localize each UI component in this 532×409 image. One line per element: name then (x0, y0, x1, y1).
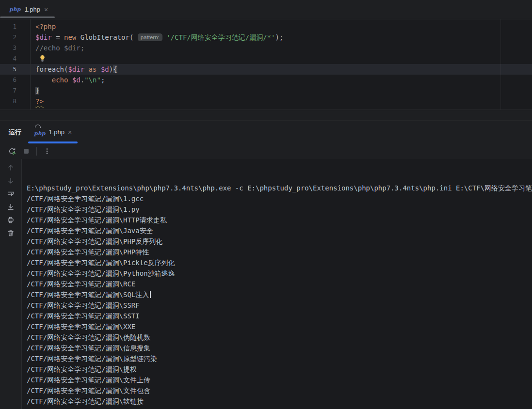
line-number: 8 (0, 96, 30, 107)
console-output-line: /CTF/网络安全学习笔记/漏洞\信息搜集 (27, 343, 532, 353)
console-command-line: E:\phpstudy_pro\Extensions\php\php7.3.4n… (27, 183, 532, 193)
run-toolbar (0, 143, 532, 159)
console-toolbar (0, 159, 22, 409)
console-output-line: /CTF/网络安全学习笔记/漏洞\文件包含 (27, 385, 532, 396)
console-output-line: /CTF/网络安全学习笔记/漏洞\HTTP请求走私 (27, 215, 532, 225)
parameter-hint-chip: pattern: (138, 33, 162, 41)
console-output-line: /CTF/网络安全学习笔记/漏洞\1.py (27, 204, 532, 215)
console-output-line: /CTF/网络安全学习笔记/漏洞\SSRF (27, 300, 532, 311)
console-lines: E:\phpstudy_pro\Extensions\php\php7.3.4n… (27, 183, 532, 409)
ide-window: php 1.php × 1<?php2$dir = new GlobIterat… (0, 0, 532, 409)
editor-tab-label: 1.php (24, 6, 40, 13)
console-output-line: /CTF/网络安全学习笔记/漏洞\SQL注入 (27, 289, 532, 300)
editor-tab[interactable]: php 1.php × (0, 0, 55, 19)
console-blank-line (27, 407, 532, 409)
rerun-icon[interactable] (8, 147, 16, 155)
line-number: 6 (0, 75, 30, 85)
line-number: 5 (0, 64, 30, 75)
console-output-line: /CTF/网络安全学习笔记/漏洞\Pickle反序列化 (27, 257, 532, 268)
clear-icon[interactable] (7, 229, 15, 237)
console-output[interactable]: E:\phpstudy_pro\Extensions\php\php7.3.4n… (22, 159, 532, 409)
arrow-up-icon[interactable] (7, 164, 15, 172)
code-line: 6 echo $d."\n"; (0, 75, 532, 85)
php-file-icon: php (9, 7, 20, 12)
console-output-line: /CTF/网络安全学习笔记/漏洞\文件上传 (27, 375, 532, 385)
more-options-icon[interactable] (43, 147, 51, 155)
code-line: 5foreach($dir as $d){ (0, 64, 532, 75)
console-output-line: /CTF/网络安全学习笔记/漏洞\SSTI (27, 311, 532, 321)
console-panel: E:\phpstudy_pro\Extensions\php\php7.3.4n… (0, 159, 532, 409)
line-number: 1 (0, 21, 30, 32)
right-margin-guide (500, 19, 501, 110)
line-number: 7 (0, 85, 30, 96)
console-output-line: /CTF/网络安全学习笔记/漏洞\PHP特性 (27, 247, 532, 257)
close-icon[interactable]: × (68, 129, 72, 136)
code-line: 2$dir = new GlobIterator( pattern: '/CTF… (0, 32, 532, 43)
code-line: 4 (0, 53, 532, 64)
gutter-separator (30, 19, 31, 110)
code-line: 3//echo $dir; (0, 43, 532, 53)
close-icon[interactable]: × (44, 6, 48, 13)
code-line: 7} (0, 85, 532, 96)
run-tool-window-header: 运行 php 1.php × (0, 120, 532, 143)
console-output-line: /CTF/网络安全学习笔记/漏洞\Python沙箱逃逸 (27, 268, 532, 279)
console-output-line: /CTF/网络安全学习笔记/漏洞\提权 (27, 364, 532, 375)
code-editor[interactable]: 1<?php2$dir = new GlobIterator( pattern:… (0, 19, 532, 110)
stop-icon[interactable] (22, 147, 30, 155)
run-tab-label: 1.php (48, 128, 64, 136)
console-output-line: /CTF/网络安全学习笔记/漏洞\1.gcc (27, 193, 532, 204)
line-number: 3 (0, 43, 30, 53)
console-output-line: /CTF/网络安全学习笔记/漏洞\RCE (27, 279, 532, 289)
editor-tab-bar: php 1.php × (0, 0, 532, 19)
line-number: 2 (0, 32, 30, 43)
editor-lines: 1<?php2$dir = new GlobIterator( pattern:… (0, 21, 532, 107)
editor-tab-underline (0, 16, 55, 18)
run-arc-icon (35, 125, 41, 128)
php-console-icon: php (34, 127, 45, 137)
console-output-line: /CTF/网络安全学习笔记/漏洞\XXE (27, 321, 532, 332)
line-number: 4 (0, 53, 30, 64)
console-output-line: /CTF/网络安全学习笔记/漏洞\PHP反序列化 (27, 236, 532, 247)
soft-wrap-icon[interactable] (7, 190, 15, 198)
text-caret (150, 291, 151, 298)
print-icon[interactable] (7, 216, 15, 224)
console-output-line: /CTF/网络安全学习笔记/漏洞\软链接 (27, 396, 532, 407)
code-line: 1<?php (0, 21, 532, 32)
run-tool-window-title: 运行 (9, 128, 21, 137)
console-output-line: /CTF/网络安全学习笔记/漏洞\伪随机数 (27, 332, 532, 343)
run-tab[interactable]: php 1.php × (28, 121, 78, 143)
console-output-line: /CTF/网络安全学习笔记/漏洞\原型链污染 (27, 353, 532, 364)
arrow-down-icon[interactable] (7, 177, 15, 185)
intention-bulb-icon[interactable] (39, 54, 46, 62)
code-line: 8?> (0, 96, 532, 107)
console-output-line: /CTF/网络安全学习笔记/漏洞\Java安全 (27, 225, 532, 236)
toolbar-divider (36, 147, 37, 156)
scroll-to-end-icon[interactable] (7, 203, 15, 211)
